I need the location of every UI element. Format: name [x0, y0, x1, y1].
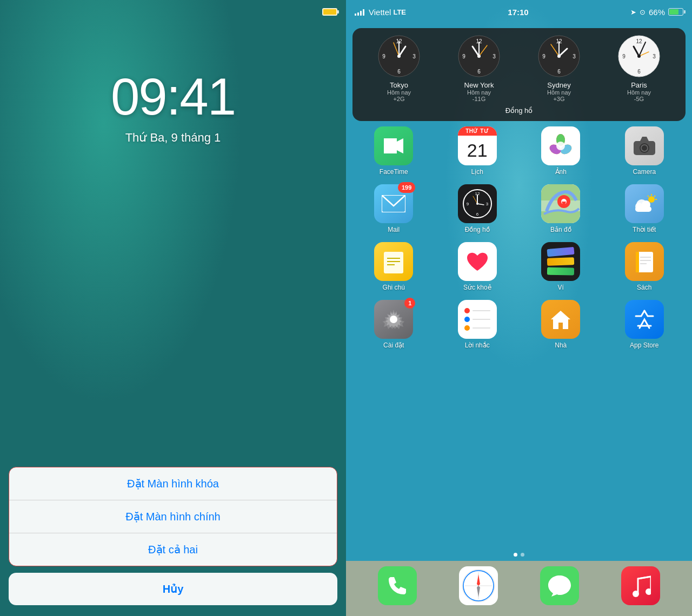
home-label: Nhà	[555, 342, 567, 349]
svg-text:3: 3	[412, 53, 416, 59]
paris-today: Hôm nay	[627, 89, 651, 96]
svg-text:9: 9	[462, 53, 465, 59]
app-books[interactable]: Sách	[606, 242, 684, 291]
location-icon: ➤	[630, 8, 636, 16]
svg-text:6: 6	[397, 69, 401, 75]
set-lockscreen-button[interactable]: Đặt Màn hình khóa	[9, 467, 337, 500]
svg-point-61	[476, 203, 478, 205]
health-label: Sức khoẻ	[463, 284, 491, 291]
settings-label: Cài đặt	[383, 342, 404, 349]
app-clock[interactable]: 12 3 6 9 Đồng hồ	[438, 184, 517, 233]
battery-percent: 66%	[649, 8, 665, 17]
set-homescreen-button[interactable]: Đặt Màn hình chính	[9, 500, 337, 533]
newyork-today: Hôm nay	[467, 89, 491, 96]
svg-rect-70	[635, 206, 651, 212]
svg-text:6: 6	[476, 212, 479, 217]
home-screen: Viettel LTE 17:10 ➤ ⊙ 66%	[346, 0, 692, 616]
clock-newyork: 12 3 6 9 New York Hôm nay -11G	[441, 35, 517, 102]
page-dot-2[interactable]	[521, 553, 524, 557]
status-left: Viettel LTE	[355, 8, 406, 17]
photos-label: Ảnh	[555, 168, 567, 176]
safari-icon	[459, 566, 498, 605]
svg-point-96	[646, 588, 651, 595]
world-clock-widget[interactable]: 12 3 6 9 Tokyo Hôm nay +2G	[352, 28, 686, 121]
action-sheet-container: Đặt Màn hình khóa Đặt Màn hình chính Đặt…	[0, 467, 346, 616]
status-right: ➤ ⊙ 66%	[630, 8, 683, 17]
reminders-icon	[458, 300, 497, 339]
weather-label: Thời tiết	[633, 226, 656, 233]
calendar-icon: THỨ TƯ 21	[458, 126, 497, 165]
app-photos[interactable]: Ảnh	[522, 126, 600, 176]
wallet-label: Ví	[558, 284, 564, 291]
app-calendar[interactable]: THỨ TƯ 21 Lịch	[438, 126, 517, 176]
set-both-button[interactable]: Đặt cả hai	[9, 533, 337, 566]
svg-text:9: 9	[382, 53, 385, 59]
svg-rect-81	[636, 252, 639, 272]
dock-phone[interactable]	[378, 566, 417, 605]
signal-bars	[355, 8, 364, 16]
signal-bar-2	[357, 12, 359, 16]
svg-text:3: 3	[653, 53, 656, 59]
books-label: Sách	[637, 284, 651, 291]
app-wallet[interactable]: Ví	[522, 242, 600, 291]
svg-marker-36	[384, 138, 397, 153]
facetime-icon	[374, 126, 413, 165]
appstore-label: App Store	[630, 342, 658, 349]
svg-rect-76	[384, 252, 403, 273]
lock-screen: 09:41 Thứ Ba, 9 tháng 1 Đặt Màn hình khó…	[0, 0, 346, 616]
dock-messages[interactable]	[540, 566, 579, 605]
tokyo-today: Hôm nay	[387, 89, 411, 96]
calendar-date: 21	[458, 136, 497, 165]
home-icon	[541, 300, 580, 339]
photos-icon	[541, 126, 580, 165]
newyork-city: New York	[464, 81, 494, 89]
cancel-button[interactable]: Hủy	[9, 573, 337, 605]
tokyo-offset: +2G	[393, 96, 404, 102]
notes-label: Ghi chú	[383, 284, 405, 291]
mail-badge: 199	[398, 182, 415, 193]
dock-safari[interactable]	[459, 566, 498, 605]
app-weather[interactable]: Thời tiết	[606, 184, 684, 233]
app-maps[interactable]: Bản đồ	[522, 184, 600, 233]
svg-marker-37	[397, 138, 403, 153]
app-home[interactable]: Nhà	[522, 300, 600, 349]
maps-icon	[541, 184, 580, 223]
svg-text:3: 3	[486, 202, 489, 206]
wallet-icon	[541, 242, 580, 281]
carrier-name: Viettel	[369, 8, 391, 17]
app-appstore[interactable]: App Store	[606, 300, 684, 349]
page-dots	[346, 553, 692, 557]
svg-text:9: 9	[542, 53, 545, 59]
signal-bar-4	[363, 9, 364, 16]
svg-text:6: 6	[557, 69, 561, 75]
calendar-label: Lịch	[471, 168, 483, 176]
sydney-offset: +3G	[553, 96, 564, 102]
svg-point-95	[633, 591, 639, 597]
svg-point-50	[642, 145, 647, 151]
app-health[interactable]: Sức khoẻ	[438, 242, 517, 291]
tokyo-city: Tokyo	[390, 81, 408, 89]
app-facetime[interactable]: FaceTime	[355, 126, 433, 176]
svg-point-45	[556, 142, 565, 150]
app-settings[interactable]: 1 Cài đặt	[355, 300, 433, 349]
status-bar-right: Viettel LTE 17:10 ➤ ⊙ 66%	[346, 0, 692, 24]
apps-grid-section: FaceTime THỨ TƯ 21 Lịch	[346, 124, 692, 548]
app-camera[interactable]: Camera	[606, 126, 684, 176]
battery-icon-right	[668, 8, 683, 16]
sydney-today: Hôm nay	[547, 89, 571, 96]
svg-marker-86	[551, 311, 570, 329]
notes-icon	[374, 242, 413, 281]
app-reminders[interactable]: Lời nhắc	[438, 300, 517, 349]
maps-label: Bản đồ	[550, 226, 571, 233]
page-dot-1[interactable]	[514, 553, 517, 557]
health-icon	[458, 242, 497, 281]
svg-text:3: 3	[493, 53, 496, 59]
dock	[346, 561, 692, 616]
paris-city: Paris	[631, 81, 647, 89]
weather-icon	[625, 184, 664, 223]
app-notes[interactable]: Ghi chú	[355, 242, 433, 291]
dock-music[interactable]	[621, 566, 660, 605]
app-mail[interactable]: 199 Mail	[355, 184, 433, 233]
messages-icon	[540, 566, 579, 605]
camera-icon	[625, 126, 664, 165]
